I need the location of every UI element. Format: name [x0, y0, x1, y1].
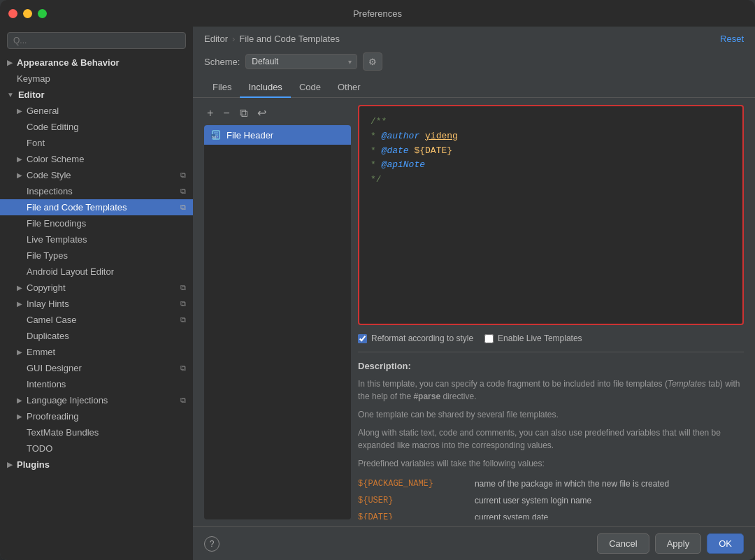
- breadcrumb-parent: Editor: [204, 34, 228, 44]
- sidebar-item-file-code-templates[interactable]: File and Code Templates ⧉: [0, 199, 193, 215]
- help-button[interactable]: ?: [204, 536, 220, 552]
- chevron-right-icon: ▶: [17, 284, 22, 292]
- sidebar-item-general[interactable]: ▶ General: [0, 103, 193, 119]
- tab-other[interactable]: Other: [329, 78, 369, 98]
- sidebar-item-lang-injections[interactable]: ▶ Language Injections ⧉: [0, 392, 193, 408]
- ok-button[interactable]: OK: [707, 533, 744, 554]
- sidebar-item-file-encodings[interactable]: File Encodings: [0, 215, 193, 231]
- sidebar-item-file-types[interactable]: File Types: [0, 247, 193, 264]
- copy-icon: ⧉: [180, 171, 186, 180]
- copy-icon: ⧉: [180, 396, 186, 405]
- copy-template-button[interactable]: ⧉: [237, 106, 250, 121]
- apply-button[interactable]: Apply: [655, 533, 702, 554]
- bottom-bar: ? Cancel Apply OK: [193, 526, 755, 560]
- sidebar-item-android-layout[interactable]: Android Layout Editor: [0, 264, 193, 280]
- var-desc-package: name of the package in which the new fil…: [475, 475, 744, 492]
- description-title: Description:: [358, 359, 744, 373]
- description-area: Description: In this template, you can s…: [358, 352, 744, 519]
- list-item-label: File Header: [226, 130, 273, 141]
- template-list-panel: + − ⧉ ↩: [204, 105, 351, 519]
- list-toolbar: + − ⧉ ↩: [204, 105, 351, 121]
- cancel-button[interactable]: Cancel: [597, 533, 649, 554]
- copy-icon: ⧉: [180, 364, 186, 373]
- chevron-right-icon: ▶: [17, 155, 22, 163]
- copy-icon: ⧉: [180, 315, 186, 324]
- checkboxes-row: Reformat according to style Enable Live …: [358, 331, 744, 346]
- description-text-4: Predefined variables will take the follo…: [358, 457, 744, 470]
- chevron-right-icon: ▶: [7, 59, 13, 66]
- copy-icon: ⧉: [180, 203, 186, 212]
- template-list: hdr File Header: [204, 125, 351, 519]
- bottom-left: ?: [204, 536, 220, 552]
- add-template-button[interactable]: +: [204, 106, 216, 121]
- tab-includes[interactable]: Includes: [240, 78, 290, 98]
- chevron-right-icon: ▶: [17, 348, 22, 356]
- sidebar-item-todo[interactable]: TODO: [0, 440, 193, 457]
- var-name-package: ${PACKAGE_NAME}: [358, 475, 475, 492]
- reformat-checkbox[interactable]: [358, 334, 367, 343]
- right-panel: Editor › File and Code Templates Reset S…: [193, 27, 755, 560]
- tab-files[interactable]: Files: [204, 78, 240, 98]
- copy-icon: ⧉: [180, 187, 186, 196]
- tabs-bar: Files Includes Code Other: [193, 78, 755, 98]
- window-controls: [8, 9, 47, 18]
- titlebar: Preferences: [0, 0, 755, 27]
- panel-body: + − ⧉ ↩: [193, 98, 755, 526]
- sidebar-item-editor[interactable]: ▼ Editor: [0, 87, 193, 103]
- breadcrumb-separator: ›: [232, 34, 235, 44]
- remove-template-button[interactable]: −: [220, 106, 232, 121]
- sidebar-item-keymap[interactable]: Keymap: [0, 71, 193, 87]
- code-editor[interactable]: /** * @author yideng * @date ${DATE} * @…: [358, 105, 744, 325]
- list-item-file-header[interactable]: hdr File Header: [204, 125, 351, 145]
- sidebar-item-font[interactable]: Font: [0, 135, 193, 151]
- copy-icon: ⧉: [180, 299, 186, 308]
- search-input[interactable]: [7, 32, 186, 49]
- sidebar-item-code-style[interactable]: ▶ Code Style ⧉: [0, 167, 193, 183]
- sidebar-item-live-templates[interactable]: Live Templates: [0, 231, 193, 247]
- sidebar-item-copyright[interactable]: ▶ Copyright ⧉: [0, 280, 193, 296]
- copy-icon: ⧉: [180, 283, 186, 292]
- minimize-button[interactable]: [23, 9, 32, 18]
- sidebar-item-inlay-hints[interactable]: ▶ Inlay Hints ⧉: [0, 296, 193, 312]
- sidebar-item-camel-case[interactable]: Camel Case ⧉: [0, 312, 193, 328]
- code-line-4: * @apiNote: [371, 158, 731, 173]
- description-text-1: In this template, you can specify a code…: [358, 378, 744, 403]
- var-desc-user: current user system login name: [475, 492, 744, 509]
- reset-template-button[interactable]: ↩: [254, 105, 269, 121]
- chevron-right-icon: ▶: [7, 461, 13, 468]
- editor-area: /** * @author yideng * @date ${DATE} * @…: [358, 105, 744, 519]
- reformat-checkbox-label[interactable]: Reformat according to style: [358, 333, 473, 343]
- scheme-bar: Scheme: Default ▾ ⚙: [193, 48, 755, 78]
- file-header-icon: hdr: [211, 129, 222, 141]
- preferences-window: Preferences ▶ Appearance & Behavior Keym…: [0, 0, 755, 560]
- var-row-date: ${DATE} current system date: [358, 509, 744, 520]
- breadcrumb-current: File and Code Templates: [239, 34, 340, 44]
- description-text-2: One template can be shared by several fi…: [358, 408, 744, 421]
- main-content: ▶ Appearance & Behavior Keymap ▼ Editor …: [0, 27, 755, 560]
- reset-button[interactable]: Reset: [720, 34, 744, 44]
- live-templates-checkbox[interactable]: [484, 334, 494, 343]
- sidebar-item-code-editing[interactable]: Code Editing: [0, 119, 193, 135]
- sidebar-item-inspections[interactable]: Inspections ⧉: [0, 183, 193, 199]
- live-templates-checkbox-label[interactable]: Enable Live Templates: [484, 333, 582, 343]
- scheme-select[interactable]: Default: [245, 54, 357, 69]
- maximize-button[interactable]: [38, 9, 47, 18]
- gear-button[interactable]: ⚙: [363, 52, 382, 71]
- sidebar-item-plugins[interactable]: ▶ Plugins: [0, 457, 193, 473]
- sidebar-item-intentions[interactable]: Intentions: [0, 376, 193, 392]
- sidebar-item-proofreading[interactable]: ▶ Proofreading: [0, 408, 193, 424]
- tab-code[interactable]: Code: [291, 78, 329, 98]
- close-button[interactable]: [8, 9, 17, 18]
- var-name-user: ${USER}: [358, 492, 475, 509]
- sidebar-item-textmate-bundles[interactable]: TextMate Bundles: [0, 424, 193, 440]
- sidebar-item-color-scheme[interactable]: ▶ Color Scheme: [0, 151, 193, 167]
- description-text-3: Along with static text, code and comment…: [358, 426, 744, 452]
- sidebar-item-duplicates[interactable]: Duplicates: [0, 328, 193, 344]
- sidebar-item-appearance[interactable]: ▶ Appearance & Behavior: [0, 55, 193, 71]
- var-desc-date: current system date: [475, 509, 744, 520]
- code-line-2: * @author yideng: [371, 129, 731, 144]
- sidebar-item-emmet[interactable]: ▶ Emmet: [0, 344, 193, 360]
- code-line-5: */: [371, 173, 731, 187]
- chevron-right-icon: ▶: [17, 300, 22, 308]
- sidebar-item-gui-designer[interactable]: GUI Designer ⧉: [0, 360, 193, 376]
